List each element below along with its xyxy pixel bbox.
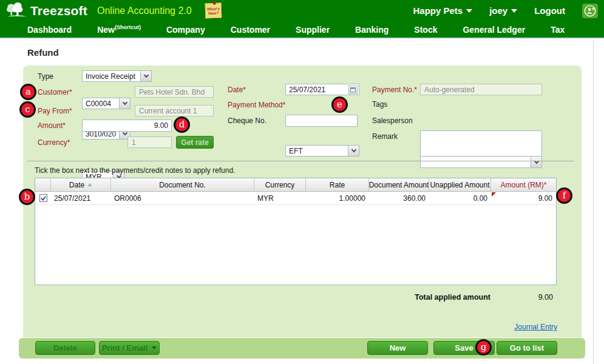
pin-icon (212, 2, 215, 5)
col-header-unapplied-amount[interactable]: Unapplied Amount (429, 178, 491, 191)
annotation-marker-d: d (174, 116, 190, 133)
row-document-amount: 360.00 (369, 192, 429, 204)
total-applied-value: 9.00 (492, 293, 553, 302)
page-right-border (593, 40, 594, 364)
nav-item-general-ledger[interactable]: General Ledger (463, 25, 525, 35)
col-header-amount-rm[interactable]: Amount (RM)* (491, 178, 556, 191)
pay-from-label: Pay From* (38, 107, 72, 115)
logout-label: Logout (534, 5, 565, 16)
amount-label: Amount* (38, 121, 66, 130)
date-label: Date* (228, 86, 246, 94)
whats-new-note[interactable]: What's New? (205, 3, 222, 19)
nav-item-customer[interactable]: Customer (231, 25, 270, 35)
payment-method-select[interactable]: EFT (285, 145, 359, 157)
print-email-label: Print / Email (102, 343, 148, 352)
row-checkbox-cell (35, 192, 51, 204)
logout-button[interactable]: Logout (534, 5, 565, 16)
cheque-no-input[interactable] (285, 115, 358, 127)
sort-ascending-icon (87, 183, 92, 186)
col-header-date[interactable]: Date (51, 178, 111, 191)
brand-logo[interactable]: Treezsoft (6, 2, 87, 20)
new-button[interactable]: New (367, 341, 428, 355)
chevron-down-icon (511, 9, 517, 13)
page-title: Refund (27, 47, 604, 58)
row-amount-rm-input[interactable]: 9.00 (491, 192, 556, 204)
nav-new-label: New (97, 25, 115, 35)
get-rate-button[interactable]: Get rate (176, 136, 214, 149)
type-label: Type (38, 72, 53, 81)
nav-item-dashboard[interactable]: Dashboard (27, 25, 72, 35)
nav-item-tax[interactable]: Tax (551, 25, 565, 35)
col-header-document-amount[interactable]: Document Amount (369, 178, 429, 191)
row-currency: MYR (254, 192, 306, 204)
apply-documents-table: Date Document No. Currency Rate Document… (35, 178, 557, 285)
amount-input[interactable]: 9.00 (82, 120, 172, 132)
annotation-marker-g: g (475, 339, 492, 356)
nav-new-shortcut: (Shortcut) (115, 24, 141, 30)
nav-item-stock[interactable]: Stock (414, 25, 437, 35)
payment-method-value: EFT (289, 147, 303, 155)
edited-cell-flag-icon (492, 192, 496, 197)
delete-button[interactable]: Delete (35, 341, 95, 355)
top-bar: Treezsoft Online Accounting 2.0 What's N… (0, 0, 604, 21)
remark-textarea[interactable] (420, 130, 542, 157)
company-menu[interactable]: Happy Pets (413, 5, 472, 16)
customer-code-select[interactable]: C00004 (82, 98, 131, 109)
chevron-down-icon (531, 157, 541, 167)
journal-entry-link[interactable]: Journal Entry (448, 323, 557, 331)
customer-code-value: C00004 (86, 99, 111, 108)
col-header-checkbox (35, 178, 51, 191)
col-header-document-no[interactable]: Document No. (111, 178, 254, 191)
go-to-list-button[interactable]: Go to list (497, 341, 557, 355)
user-menu-label: joey (489, 5, 507, 16)
date-value: 25/07/2021 (289, 86, 325, 94)
payment-no-field: Auto-generated (420, 84, 542, 95)
table-header-row: Date Document No. Currency Rate Document… (35, 178, 556, 192)
date-input[interactable]: 25/07/2021 (285, 84, 359, 95)
col-header-date-label: Date (69, 181, 84, 189)
whats-new-text: What's New? (205, 4, 221, 16)
nav-item-banking[interactable]: Banking (355, 25, 389, 35)
chevron-down-icon (348, 146, 359, 156)
row-unapplied-amount: 0.00 (429, 192, 491, 204)
annotation-marker-c: c (19, 101, 36, 118)
trees-logo-icon (6, 2, 28, 20)
refund-form-panel: Type Invoice Receipt Customer* C00004 Pe… (23, 66, 582, 337)
tags-select[interactable] (420, 156, 542, 168)
type-select[interactable]: Invoice Receipt (82, 70, 152, 82)
nav-item-new[interactable]: New(Shortcut) (97, 24, 141, 35)
customer-name-field: Pets Hotel Sdn. Bhd (135, 86, 214, 98)
print-email-button[interactable]: Print / Email (99, 341, 160, 355)
tags-label: Tags (372, 100, 387, 109)
add-user-icon[interactable] (582, 4, 598, 18)
table-row: 25/07/2021 OR0006 MYR 1.00000 360.00 0.0… (35, 192, 556, 205)
nav-item-supplier[interactable]: Supplier (296, 25, 330, 35)
chevron-down-icon (466, 9, 472, 13)
chevron-down-icon (119, 98, 130, 109)
type-select-value: Invoice Receipt (86, 72, 135, 81)
apply-instruction: Tick the box next to the payments/credit… (35, 166, 235, 175)
remark-label: Remark (372, 132, 398, 141)
row-rate: 1.00000 (306, 192, 369, 204)
annotation-marker-f: f (556, 187, 572, 204)
cheque-no-label: Cheque No. (228, 116, 266, 125)
footer-button-bar: Delete Print / Email New Save Go to list (19, 338, 585, 359)
total-applied-label: Total applied amount (314, 293, 490, 302)
apply-checkbox[interactable] (39, 194, 47, 202)
user-menu[interactable]: joey (489, 5, 517, 16)
brand-name: Treezsoft (30, 4, 87, 18)
annotation-marker-e: e (331, 96, 348, 113)
col-header-rate[interactable]: Rate (306, 178, 369, 191)
customer-label: Customer* (38, 88, 72, 96)
col-header-currency[interactable]: Currency (254, 178, 306, 191)
row-document-no: OR0006 (111, 192, 254, 204)
main-nav: Dashboard New(Shortcut) Company Customer… (0, 21, 604, 39)
payment-method-label: Payment Method* (228, 101, 285, 109)
currency-label: Currency* (38, 138, 70, 147)
annotation-marker-a: a (20, 84, 36, 100)
payment-no-label: Payment No.* (372, 86, 417, 94)
chevron-down-icon (152, 346, 157, 349)
calendar-icon[interactable] (348, 86, 358, 94)
nav-item-company[interactable]: Company (166, 25, 205, 35)
section-divider (27, 161, 574, 161)
